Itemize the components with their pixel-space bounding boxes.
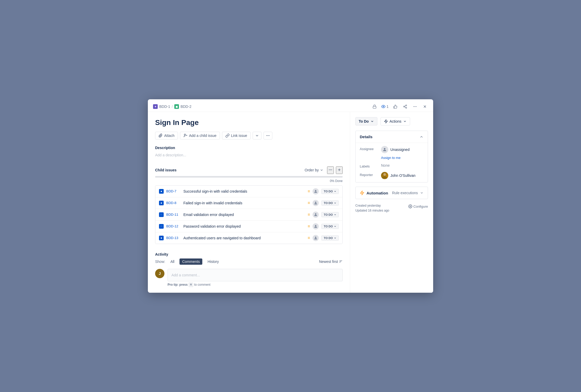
attach-button[interactable]: Attach xyxy=(155,132,178,139)
more-button[interactable] xyxy=(412,103,418,110)
issue-key[interactable]: BDD-7 xyxy=(166,189,181,193)
pro-tip-suffix: to comment xyxy=(194,283,211,286)
lock-button[interactable] xyxy=(371,103,378,110)
like-button[interactable] xyxy=(392,103,398,110)
labels-label: Labels xyxy=(360,163,378,168)
status-row: To Do Actions xyxy=(355,117,428,125)
assignee-name: Unassigned xyxy=(390,148,410,152)
child-issues-header: Child issues Order by xyxy=(155,166,343,174)
svg-point-27 xyxy=(315,236,316,238)
issue-key[interactable]: BDD-12 xyxy=(166,224,181,228)
extra-actions-button[interactable] xyxy=(264,132,272,139)
labels-none: None xyxy=(381,163,390,167)
modal-header: ✦ BDD-1 / ◼ BDD-2 1 xyxy=(148,99,433,112)
priority-icon: ≡ xyxy=(308,201,310,205)
breadcrumb-separator: / xyxy=(172,104,173,109)
description-placeholder[interactable]: Add a description... xyxy=(155,152,343,158)
svg-point-9 xyxy=(416,106,417,107)
status-dropdown[interactable]: To Do xyxy=(355,117,377,125)
progress-label: 0% Done xyxy=(155,179,343,183)
configure-button[interactable]: Configure xyxy=(408,204,428,208)
filter-history-button[interactable]: History xyxy=(205,258,222,265)
table-row: ■ BDD-7 Successful sign-in with valid cr… xyxy=(155,186,342,197)
child-issue-list: ■ BDD-7 Successful sign-in with valid cr… xyxy=(155,185,343,244)
status-badge[interactable]: TO DO xyxy=(321,224,339,229)
svg-point-12 xyxy=(184,134,185,135)
svg-point-33 xyxy=(383,173,386,176)
link-issue-button[interactable]: Link issue xyxy=(222,132,251,139)
issue-title: Sign In Page xyxy=(155,118,343,127)
issue-summary: Password validation error displayed xyxy=(183,224,305,228)
activity-section: Activity Show: All Comments History Newe… xyxy=(155,252,343,286)
table-row: □ BDD-12 Password validation error displ… xyxy=(155,221,342,232)
reporter-info: John O'Sullivan xyxy=(381,172,416,179)
pro-tip-key: M xyxy=(189,283,193,287)
add-child-button[interactable]: Add a child issue xyxy=(180,132,220,139)
show-label: Show: xyxy=(155,260,165,264)
add-child-issue-button[interactable] xyxy=(336,166,343,174)
filter-all-button[interactable]: All xyxy=(168,258,177,265)
assign-to-me-link[interactable]: Assign to me xyxy=(381,156,400,160)
created-timestamp: Created yesterday xyxy=(355,203,389,208)
issue-summary: Email validation error displayed xyxy=(183,213,305,217)
configure-label: Configure xyxy=(413,205,428,208)
svg-point-7 xyxy=(413,106,414,107)
issue-summary: Authenticated users are navigated to das… xyxy=(183,236,305,240)
details-header[interactable]: Details xyxy=(356,131,428,143)
current-issue-link[interactable]: BDD-2 xyxy=(181,104,191,109)
priority-icon: ≡ xyxy=(308,212,310,217)
current-issue-icon: ◼ xyxy=(174,104,179,109)
reporter-label: Reporter xyxy=(360,172,378,177)
issue-summary: Successful sign-in with valid credential… xyxy=(183,189,305,193)
svg-point-16 xyxy=(267,135,268,136)
comment-placeholder: Add a comment... xyxy=(171,273,200,277)
reporter-value: John O'Sullivan xyxy=(381,172,416,179)
order-by-label: Order by xyxy=(305,168,319,172)
priority-icon: ≡ xyxy=(308,224,310,229)
status-badge[interactable]: TO DO xyxy=(321,200,339,206)
child-issues-more-button[interactable] xyxy=(327,166,334,174)
labels-row: Labels None xyxy=(360,163,424,168)
activity-show: Show: All Comments History Newest first xyxy=(155,258,343,265)
issue-key[interactable]: BDD-8 xyxy=(166,201,181,205)
svg-point-17 xyxy=(269,135,269,136)
sort-button[interactable]: Newest first xyxy=(319,260,343,264)
assignee-avatar xyxy=(313,235,319,241)
description-title: Description xyxy=(155,146,343,150)
actions-label: Actions xyxy=(390,119,402,123)
automation-right: Rule executions xyxy=(392,191,424,195)
status-badge[interactable]: TO DO xyxy=(321,212,339,217)
link-issue-label: Link issue xyxy=(231,134,247,138)
labels-value: None xyxy=(381,163,390,167)
timestamps: Created yesterday Updated 16 minutes ago xyxy=(355,203,389,213)
issue-type-icon: ■ xyxy=(159,236,164,240)
status-badge[interactable]: TO DO xyxy=(321,189,339,194)
comment-input[interactable]: Add a comment... xyxy=(168,269,343,281)
watch-badge[interactable]: 1 xyxy=(381,104,389,109)
issue-key[interactable]: BDD-11 xyxy=(166,213,181,216)
child-issues-controls: Order by xyxy=(303,166,343,174)
filter-comments-button[interactable]: Comments xyxy=(179,258,202,265)
assignee-value: Unassigned Assign to me xyxy=(381,146,410,160)
status-badge[interactable]: TO DO xyxy=(321,235,339,241)
parent-issue-link[interactable]: BDD-1 xyxy=(159,104,170,109)
order-by-button[interactable]: Order by xyxy=(303,167,325,173)
issue-type-icon: ■ xyxy=(159,201,164,205)
automation-section[interactable]: Automation Rule executions xyxy=(355,187,428,199)
close-button[interactable] xyxy=(422,103,428,110)
svg-point-15 xyxy=(266,135,267,136)
share-button[interactable] xyxy=(402,103,408,110)
svg-point-18 xyxy=(329,169,330,170)
more-toolbar-button[interactable] xyxy=(253,132,261,139)
issue-key[interactable]: BDD-13 xyxy=(166,236,181,240)
reporter-name: John O'Sullivan xyxy=(390,173,416,178)
svg-point-24 xyxy=(315,201,316,203)
breadcrumb: ✦ BDD-1 / ◼ BDD-2 xyxy=(153,104,191,109)
svg-point-2 xyxy=(406,105,407,106)
svg-point-3 xyxy=(404,106,405,107)
svg-point-4 xyxy=(406,107,407,108)
user-avatar: J xyxy=(155,269,164,278)
table-row: ■ BDD-8 Failed sign-in with invalid cred… xyxy=(155,197,342,209)
actions-dropdown[interactable]: Actions xyxy=(381,117,410,125)
child-issues-section: Child issues Order by xyxy=(155,166,343,244)
